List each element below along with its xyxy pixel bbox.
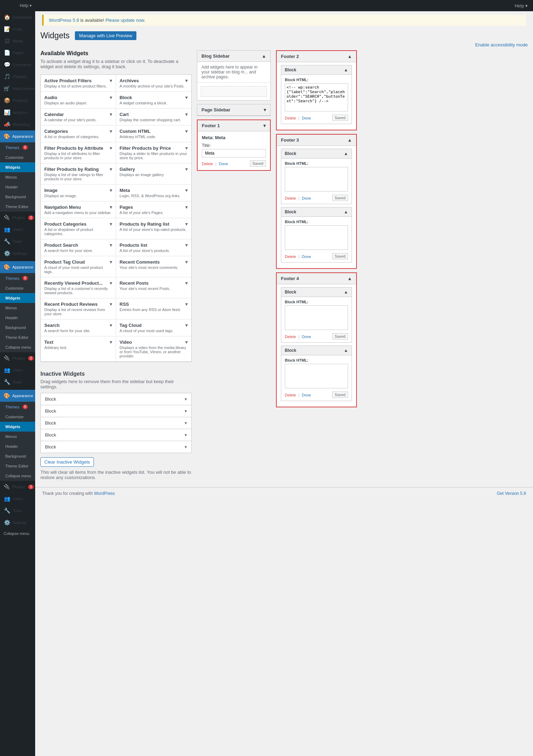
widget-arrow[interactable]: ▾ xyxy=(110,280,112,286)
widget-arrow[interactable]: ▾ xyxy=(110,188,112,193)
widget-arrow[interactable]: ▾ xyxy=(185,243,188,248)
widget-products-by-rating[interactable]: Products by Rating list ▾ A list of your… xyxy=(116,218,191,239)
widget-arrow[interactable]: ▾ xyxy=(110,205,112,210)
footer2-block-textarea[interactable] xyxy=(285,83,348,111)
footer3-done1-link[interactable]: Done xyxy=(302,196,311,200)
sidebar-subitem-customize[interactable]: Customize xyxy=(0,153,35,162)
widget-arrow[interactable]: ▾ xyxy=(110,323,112,328)
widget-arrow[interactable]: ▾ xyxy=(185,205,188,210)
widget-product-categories[interactable]: Product Categories ▾ A list or dropdown … xyxy=(41,218,116,239)
sidebar-subitem-widgets[interactable]: Widgets xyxy=(0,162,35,172)
sidebar-subitem-themes[interactable]: Themes 8 xyxy=(0,142,35,153)
footer3-block2-textarea[interactable] xyxy=(285,225,348,250)
sidebar-item-plugins2[interactable]: 🔌 Plugins 3 xyxy=(0,352,35,364)
widget-arrow[interactable]: ▾ xyxy=(110,243,112,248)
sidebar-item-marketing[interactable]: 📣 Marketing xyxy=(0,118,35,130)
widget-filter-by-attribute[interactable]: Filter Products by Attribute ▾ Display a… xyxy=(41,142,116,163)
sidebar-subitem2-theme-editor[interactable]: Theme Editor xyxy=(0,332,35,342)
sidebar-item-appearance3[interactable]: 🎨 Appearance xyxy=(0,390,35,402)
widget-recent-posts[interactable]: Recent Posts ▾ Your site's most recent P… xyxy=(116,277,191,298)
widget-arrow[interactable]: ▾ xyxy=(185,259,188,265)
inactive-widget-arrow[interactable]: ▾ xyxy=(185,444,187,450)
widget-arrow[interactable]: ▾ xyxy=(185,340,188,345)
sidebar-subitem3-themes[interactable]: Themes 8 xyxy=(0,402,35,412)
footer4-saved2-button[interactable]: Saved xyxy=(332,392,348,398)
sidebar-item-appearance2[interactable]: 🎨 Appearance xyxy=(0,261,35,273)
inactive-widget-arrow[interactable]: ▾ xyxy=(185,408,187,414)
sidebar-item-tools2[interactable]: 🔧 Tools xyxy=(0,376,35,388)
manage-live-preview-button[interactable]: Manage with Live Preview xyxy=(75,31,136,40)
widget-arrow[interactable]: ▾ xyxy=(110,78,112,83)
footer4-toggle[interactable]: ▲ xyxy=(347,276,352,281)
widget-arrow[interactable]: ▾ xyxy=(185,280,188,286)
widget-recently-viewed[interactable]: Recently Viewed Product... ▾ Display a l… xyxy=(41,277,116,298)
widget-arrow[interactable]: ▾ xyxy=(185,95,188,100)
widget-arrow[interactable]: ▾ xyxy=(185,323,188,328)
sidebar-subitem-theme-editor[interactable]: Theme Editor xyxy=(0,202,35,212)
footer4-saved1-button[interactable]: Saved xyxy=(332,333,348,340)
footer4-delete1-link[interactable]: Delete xyxy=(285,335,296,339)
help-button[interactable]: Help ▾ xyxy=(20,3,32,8)
widget-arrow[interactable]: ▾ xyxy=(110,129,112,134)
blog-sidebar-toggle[interactable]: ▲ xyxy=(262,53,266,59)
footer1-title-input[interactable] xyxy=(202,149,266,157)
widget-products-list[interactable]: Products list ▾ A list of your store's p… xyxy=(116,239,191,256)
widget-filter-by-rating[interactable]: Filter Products by Rating ▾ Display a li… xyxy=(41,163,116,185)
widget-arrow[interactable]: ▾ xyxy=(185,302,188,307)
sidebar-item-appearance[interactable]: 🎨 Appearance xyxy=(0,130,35,142)
update-notice-wp-link[interactable]: WordPress 5.9 xyxy=(49,18,79,23)
inactive-widget-2[interactable]: Block ▾ xyxy=(40,405,192,417)
widget-cart[interactable]: Cart ▾ Display the customer shopping car… xyxy=(116,109,191,125)
footer4-block2-textarea[interactable] xyxy=(285,364,348,388)
footer1-toggle[interactable]: ▾ xyxy=(263,123,266,128)
sidebar-subitem3-menus[interactable]: Menus xyxy=(0,432,35,441)
sidebar-item-playlists[interactable]: 🎵 Playlists xyxy=(0,71,35,83)
widget-arrow[interactable]: ▾ xyxy=(110,340,112,345)
inactive-widget-4[interactable]: Block ▾ xyxy=(40,429,192,441)
sidebar-item-plugins[interactable]: 🔌 Plugins 3 xyxy=(0,212,35,224)
widget-video[interactable]: Video ▾ Displays a video from the media … xyxy=(116,336,191,362)
footer2-toggle[interactable]: ▲ xyxy=(347,54,352,59)
footer1-delete-link[interactable]: Delete xyxy=(202,162,213,166)
footer3-delete2-link[interactable]: Delete xyxy=(285,254,296,259)
footer3-block1-textarea[interactable] xyxy=(285,167,348,192)
inactive-widget-arrow[interactable]: ▾ xyxy=(185,420,187,426)
widget-arrow[interactable]: ▾ xyxy=(185,221,188,227)
sidebar-item-plugins3[interactable]: 🔌 Plugins 3 xyxy=(0,481,35,493)
inactive-widget-5[interactable]: Block ▾ xyxy=(40,441,192,453)
footer3-saved2-button[interactable]: Saved xyxy=(332,253,348,259)
footer1-saved-button[interactable]: Saved xyxy=(250,160,266,167)
sidebar-subitem3-background[interactable]: Background xyxy=(0,451,35,461)
sidebar-item-settings3[interactable]: ⚙️ Settings xyxy=(0,517,35,529)
widget-arrow[interactable]: ▾ xyxy=(185,129,188,134)
sidebar-item-tools3[interactable]: 🔧 Tools xyxy=(0,505,35,517)
inactive-widget-1[interactable]: Block ▾ xyxy=(40,393,192,405)
widget-recent-product-reviews[interactable]: Recent Product Reviews ▾ Display a list … xyxy=(41,298,116,319)
sidebar-subitem-header[interactable]: Header xyxy=(0,182,35,192)
footer3-toggle[interactable]: ▲ xyxy=(347,137,352,143)
sidebar-subitem2-customize[interactable]: Customize xyxy=(0,283,35,293)
sidebar-subitem2-themes[interactable]: Themes 8 xyxy=(0,273,35,283)
widget-recent-comments[interactable]: Recent Comments ▾ Your site's most recen… xyxy=(116,256,191,277)
sidebar-item-analytics[interactable]: 📊 Analytics xyxy=(0,106,35,118)
widget-navigation-menu[interactable]: Navigation Menu ▾ Add a navigation menu … xyxy=(41,201,116,218)
footer3-saved1-button[interactable]: Saved xyxy=(332,195,348,201)
widget-arrow[interactable]: ▾ xyxy=(185,112,188,117)
footer4-block1-textarea[interactable] xyxy=(285,305,348,330)
footer2-done-link[interactable]: Done xyxy=(302,116,311,120)
widget-arrow[interactable]: ▾ xyxy=(110,146,112,151)
widget-calendar[interactable]: Calendar ▾ A calendar of your site's pos… xyxy=(41,109,116,125)
sidebar-subitem-menus[interactable]: Menus xyxy=(0,172,35,182)
widget-arrow[interactable]: ▾ xyxy=(110,95,112,100)
widget-arrow[interactable]: ▾ xyxy=(185,188,188,193)
widget-meta[interactable]: Meta ▾ Login, RSS, & WordPress.org links… xyxy=(116,185,191,201)
sidebar-item-users2[interactable]: 👥 Users xyxy=(0,364,35,376)
sidebar-subitem3-collapse[interactable]: Collapse menu xyxy=(0,471,35,481)
footer2-block-toggle[interactable]: ▲ xyxy=(344,67,348,72)
footer3-done2-link[interactable]: Done xyxy=(302,254,311,259)
inactive-widget-3[interactable]: Block ▾ xyxy=(40,417,192,429)
page-sidebar-toggle[interactable]: ▾ xyxy=(264,107,266,112)
clear-inactive-button[interactable]: Clear Inactive Widgets xyxy=(40,457,94,467)
footer4-delete2-link[interactable]: Delete xyxy=(285,393,296,397)
sidebar-subitem3-customize[interactable]: Customize xyxy=(0,412,35,422)
